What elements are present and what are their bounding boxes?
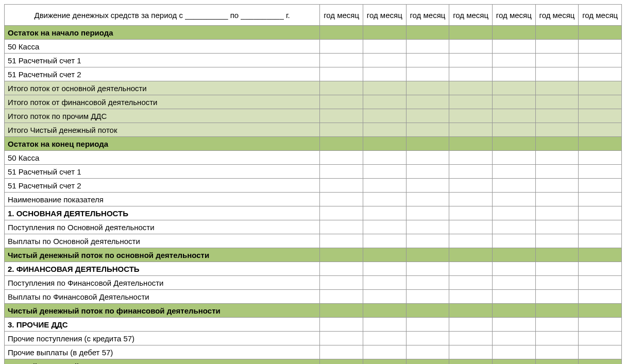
data-cell[interactable] [535, 179, 579, 193]
data-cell[interactable] [535, 54, 579, 67]
data-cell[interactable] [406, 193, 449, 206]
data-cell[interactable] [363, 345, 406, 359]
data-cell[interactable] [492, 318, 535, 332]
data-cell[interactable] [320, 109, 363, 123]
data-cell[interactable] [320, 345, 363, 359]
data-cell[interactable] [320, 165, 363, 179]
data-cell[interactable] [579, 151, 622, 165]
data-cell[interactable] [406, 81, 449, 95]
data-cell[interactable] [406, 220, 449, 234]
data-cell[interactable] [406, 137, 449, 151]
data-cell[interactable] [449, 248, 493, 262]
data-cell[interactable] [406, 359, 449, 365]
data-cell[interactable] [492, 165, 535, 179]
data-cell[interactable] [406, 332, 449, 345]
data-cell[interactable] [579, 276, 622, 290]
data-cell[interactable] [492, 234, 535, 248]
data-cell[interactable] [449, 151, 493, 165]
data-cell[interactable] [320, 137, 363, 151]
data-cell[interactable] [320, 95, 363, 109]
data-cell[interactable] [320, 220, 363, 234]
data-cell[interactable] [363, 123, 406, 137]
data-cell[interactable] [320, 40, 363, 54]
data-cell[interactable] [535, 109, 579, 123]
data-cell[interactable] [363, 193, 406, 206]
data-cell[interactable] [320, 179, 363, 193]
data-cell[interactable] [579, 359, 622, 365]
data-cell[interactable] [449, 81, 493, 95]
data-cell[interactable] [449, 193, 493, 206]
data-cell[interactable] [579, 220, 622, 234]
data-cell[interactable] [535, 40, 579, 54]
data-cell[interactable] [579, 206, 622, 220]
data-cell[interactable] [449, 123, 493, 137]
data-cell[interactable] [449, 290, 493, 304]
data-cell[interactable] [579, 332, 622, 345]
data-cell[interactable] [449, 345, 493, 359]
data-cell[interactable] [579, 165, 622, 179]
data-cell[interactable] [363, 332, 406, 345]
data-cell[interactable] [406, 40, 449, 54]
data-cell[interactable] [579, 95, 622, 109]
data-cell[interactable] [579, 304, 622, 318]
data-cell[interactable] [492, 276, 535, 290]
data-cell[interactable] [535, 220, 579, 234]
data-cell[interactable] [320, 290, 363, 304]
data-cell[interactable] [492, 179, 535, 193]
data-cell[interactable] [492, 40, 535, 54]
data-cell[interactable] [363, 40, 406, 54]
data-cell[interactable] [535, 276, 579, 290]
data-cell[interactable] [492, 248, 535, 262]
data-cell[interactable] [535, 95, 579, 109]
data-cell[interactable] [449, 318, 493, 332]
data-cell[interactable] [406, 206, 449, 220]
data-cell[interactable] [535, 290, 579, 304]
data-cell[interactable] [492, 151, 535, 165]
data-cell[interactable] [535, 26, 579, 40]
data-cell[interactable] [449, 179, 493, 193]
data-cell[interactable] [579, 290, 622, 304]
data-cell[interactable] [449, 276, 493, 290]
data-cell[interactable] [320, 123, 363, 137]
data-cell[interactable] [406, 262, 449, 276]
data-cell[interactable] [406, 276, 449, 290]
data-cell[interactable] [406, 179, 449, 193]
data-cell[interactable] [320, 54, 363, 67]
data-cell[interactable] [363, 67, 406, 81]
data-cell[interactable] [449, 220, 493, 234]
data-cell[interactable] [579, 234, 622, 248]
data-cell[interactable] [535, 304, 579, 318]
data-cell[interactable] [406, 304, 449, 318]
data-cell[interactable] [579, 40, 622, 54]
data-cell[interactable] [406, 26, 449, 40]
data-cell[interactable] [449, 95, 493, 109]
data-cell[interactable] [492, 304, 535, 318]
data-cell[interactable] [535, 151, 579, 165]
data-cell[interactable] [320, 332, 363, 345]
data-cell[interactable] [320, 276, 363, 290]
data-cell[interactable] [492, 137, 535, 151]
data-cell[interactable] [320, 304, 363, 318]
data-cell[interactable] [535, 193, 579, 206]
data-cell[interactable] [579, 137, 622, 151]
data-cell[interactable] [363, 304, 406, 318]
data-cell[interactable] [406, 165, 449, 179]
data-cell[interactable] [535, 262, 579, 276]
data-cell[interactable] [363, 206, 406, 220]
data-cell[interactable] [320, 248, 363, 262]
data-cell[interactable] [449, 304, 493, 318]
data-cell[interactable] [579, 54, 622, 67]
data-cell[interactable] [363, 109, 406, 123]
data-cell[interactable] [492, 290, 535, 304]
data-cell[interactable] [406, 151, 449, 165]
data-cell[interactable] [449, 206, 493, 220]
data-cell[interactable] [363, 276, 406, 290]
data-cell[interactable] [492, 67, 535, 81]
data-cell[interactable] [579, 193, 622, 206]
data-cell[interactable] [579, 81, 622, 95]
data-cell[interactable] [449, 137, 493, 151]
data-cell[interactable] [492, 109, 535, 123]
data-cell[interactable] [579, 248, 622, 262]
data-cell[interactable] [363, 165, 406, 179]
data-cell[interactable] [406, 248, 449, 262]
